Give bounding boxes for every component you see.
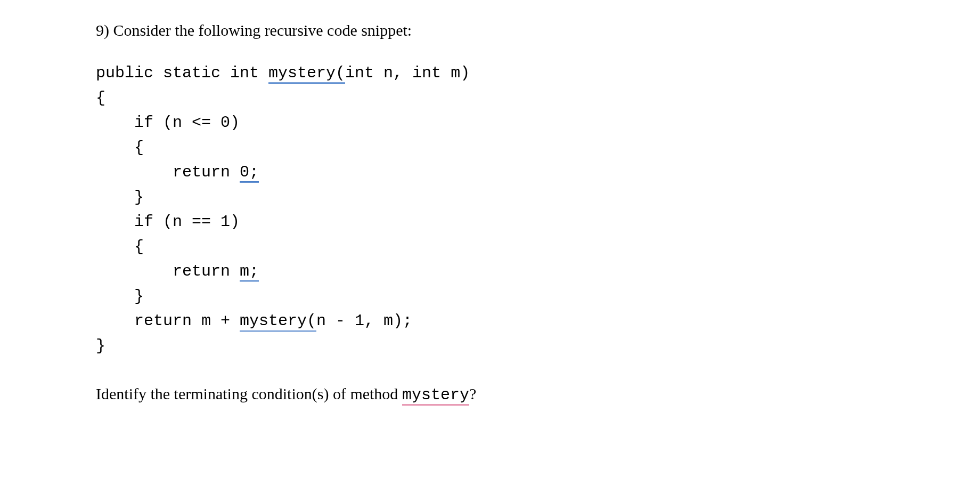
code-line-8: { <box>96 238 144 256</box>
question-intro: 9) Consider the following recursive code… <box>96 21 980 39</box>
code-line-6: } <box>96 188 144 206</box>
question-ask-method: mystery <box>402 386 469 406</box>
code-line-10: } <box>96 287 144 305</box>
code-line-2: { <box>96 89 105 107</box>
question-ask-prefix: Identify the terminating condition(s) of… <box>96 385 402 402</box>
code-line-1-prefix: public static int <box>96 64 268 82</box>
code-line-12: } <box>96 337 105 355</box>
code-line-11-prefix: return m + <box>96 312 240 330</box>
code-line-1-underlined: mystery( <box>268 64 345 84</box>
code-line-11-underlined: mystery( <box>240 312 316 332</box>
code-line-4: { <box>96 139 144 157</box>
code-line-5-underlined: 0; <box>240 163 259 183</box>
question-ask: Identify the terminating condition(s) of… <box>96 385 980 404</box>
code-line-11-suffix: n - 1, m); <box>316 312 412 330</box>
code-line-3: if (n <= 0) <box>96 114 240 132</box>
code-line-1-suffix: int n, int m) <box>345 64 470 82</box>
code-line-5-prefix: return <box>96 163 240 181</box>
code-block: public static int mystery(int n, int m) … <box>96 61 980 358</box>
question-ask-suffix: ? <box>469 385 476 402</box>
code-line-9-underlined: m; <box>240 262 259 282</box>
code-line-7: if (n == 1) <box>96 213 240 231</box>
code-line-9-prefix: return <box>96 262 240 280</box>
